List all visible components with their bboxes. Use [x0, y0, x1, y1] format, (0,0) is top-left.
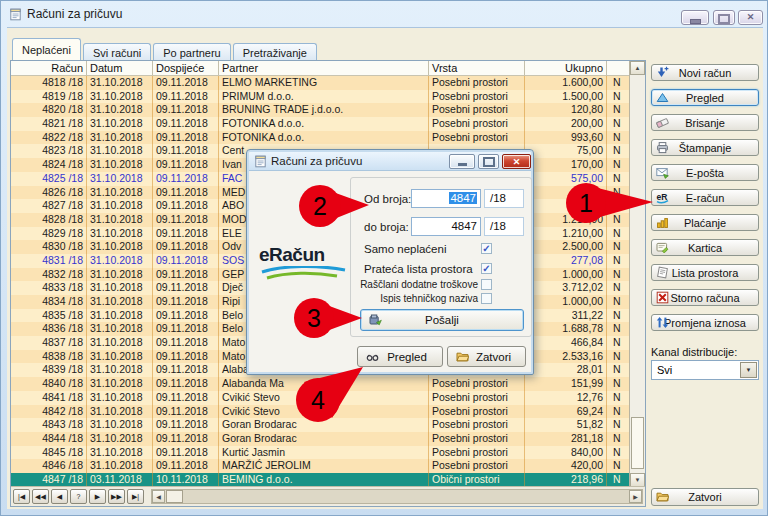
sidebar-button-e-racun[interactable]: eRE-račun [651, 189, 759, 206]
nav-next[interactable]: ▶ [89, 489, 106, 504]
novi-racun-icon [656, 66, 669, 79]
sidebar-button-promjena-iznosa[interactable]: Promjena iznosa [651, 314, 759, 331]
sidebar-buttons: Novi računPregledBrisanjeŠtampanjeE-pošt… [649, 64, 763, 331]
nav-fast-next[interactable]: ▶▶ [108, 489, 125, 504]
cell-dospijece: 09.11.2018 [153, 90, 219, 104]
cell-racun: 4836 /18 [11, 322, 87, 336]
cell-n: N [607, 418, 629, 432]
dialog-zatvori-label: Zatvori [476, 351, 511, 363]
cell-datum: 31.10.2018 [87, 377, 153, 391]
tab-svi-racuni[interactable]: Svi računi [83, 43, 151, 60]
nav-last[interactable]: ▶| [127, 489, 144, 504]
close-button[interactable]: ✕ [738, 10, 763, 25]
dialog-close-button[interactable]: ✕ [502, 154, 531, 169]
dialog-maximize-button[interactable] [478, 154, 499, 169]
sidebar-button-kartica[interactable]: Kartica [651, 239, 759, 256]
table-row[interactable]: 4819 /1831.10.201809.11.2018PRIMUM d.o.o… [11, 90, 629, 104]
table-row[interactable]: 4818 /1831.10.201809.11.2018ELMO MARKETI… [11, 76, 629, 90]
cell-ukupno: 12,76 [525, 391, 607, 405]
scroll-up-icon[interactable]: ▲ [630, 61, 645, 75]
cell-n: N [607, 254, 629, 268]
lista-prostora-icon [656, 266, 669, 279]
do-broja-label: do broja: [364, 221, 409, 233]
sidebar-button-stampanje[interactable]: Štampanje [651, 139, 759, 156]
cell-racun: 4846 /18 [11, 459, 87, 473]
horizontal-scroll-thumb[interactable] [166, 490, 183, 503]
sidebar-button-label: E-pošta [686, 167, 724, 179]
sidebar-button-placanje[interactable]: Plaćanje [651, 214, 759, 231]
cell-racun: 4818 /18 [11, 76, 87, 90]
table-row[interactable]: 4842 /1831.10.201809.11.2018Cvikić Stevo… [11, 405, 629, 419]
tab-neplaceni[interactable]: Neplaćeni [12, 38, 81, 60]
column-header-datum[interactable]: Datum [87, 61, 153, 75]
cell-ukupno: 277,08 [525, 254, 607, 268]
sidebar-zatvori-button[interactable]: Zatvori [651, 488, 759, 506]
table-row[interactable]: 4822 /1831.10.201809.11.2018FOTONIKA d.o… [11, 131, 629, 145]
sidebar-button-pregled[interactable]: Pregled [651, 89, 759, 106]
horizontal-scrollbar[interactable]: ◀ ▶ [151, 489, 643, 504]
vertical-scrollbar[interactable]: ▲ ▼ [629, 61, 645, 487]
table-row[interactable]: 4841 /1831.10.201809.11.2018Cvikić Stevo… [11, 391, 629, 405]
dialog-zatvori-button[interactable]: Zatvori [447, 346, 526, 367]
column-header-vrsta[interactable]: Vrsta [429, 61, 525, 75]
sidebar-button-storno-racuna[interactable]: Storno računa [651, 289, 759, 306]
scroll-down-icon[interactable]: ▼ [630, 473, 645, 487]
cell-racun: 4840 /18 [11, 377, 87, 391]
send-icon [369, 313, 382, 326]
table-row[interactable]: 4846 /1831.10.201809.11.2018MARŽIĆ JEROL… [11, 459, 629, 473]
checkbox-row: Ispis tehničkog naziva [351, 293, 531, 306]
cell-datum: 31.10.2018 [87, 172, 153, 186]
cell-racun: 4819 /18 [11, 90, 87, 104]
column-header-racun[interactable]: Račun [11, 61, 87, 75]
scroll-left-icon[interactable]: ◀ [152, 490, 165, 503]
do-broja-input[interactable]: 4847 [411, 217, 481, 236]
checkbox-rasclani-dodatne-troskove[interactable] [481, 279, 492, 290]
sidebar-button-brisanje[interactable]: Brisanje [651, 114, 759, 131]
chevron-down-icon[interactable]: ▼ [740, 362, 757, 378]
table-row[interactable]: 4844 /1831.10.201809.11.2018Goran Brodar… [11, 432, 629, 446]
column-header-partner[interactable]: Partner [219, 61, 429, 75]
checkbox-row: Raščlani dodatne troškove [351, 279, 531, 292]
table-row[interactable]: 4840 /1831.10.201809.11.2018Alabanda MaP… [11, 377, 629, 391]
column-header-n[interactable] [607, 61, 629, 75]
column-header-dospijece[interactable]: Dospijeće [153, 61, 219, 75]
sidebar-button-e-posta[interactable]: E-pošta [651, 164, 759, 181]
cell-racun: 4821 /18 [11, 117, 87, 131]
nav-fast-prev[interactable]: ◀◀ [32, 489, 49, 504]
table-row[interactable]: 4847 /1803.11.201810.11.2018BEMING d.o.o… [11, 473, 629, 487]
cell-datum: 31.10.2018 [87, 446, 153, 460]
checkbox-samo-neplaceni[interactable]: ✓ [481, 243, 492, 254]
minimize-button[interactable] [681, 10, 709, 25]
od-broja-year-input[interactable]: /18 [484, 189, 524, 208]
column-header-ukupno[interactable]: Ukupno [525, 61, 607, 75]
tab-po-partneru[interactable]: Po partneru [153, 43, 230, 60]
cell-datum: 31.10.2018 [87, 117, 153, 131]
cell-ukupno: 170,00 [525, 158, 607, 172]
sidebar-button-novi-racun[interactable]: Novi račun [651, 64, 759, 81]
checkbox-prateca-lista-prostora[interactable]: ✓ [481, 263, 492, 274]
cell-partner: FOTONIKA d.o.o. [219, 131, 429, 145]
do-broja-year-input[interactable]: /18 [484, 217, 524, 236]
table-row[interactable]: 4820 /1831.10.201809.11.2018BRUNING TRAD… [11, 103, 629, 117]
tab-pretrazivanje[interactable]: Pretraživanje [233, 43, 317, 60]
cell-partner: MARŽIĆ JEROLIM [219, 459, 429, 473]
scroll-right-icon[interactable]: ▶ [629, 490, 642, 503]
maximize-button[interactable] [713, 10, 735, 25]
cell-datum: 31.10.2018 [87, 336, 153, 350]
od-broja-input[interactable]: 4847 [411, 189, 481, 208]
nav-count[interactable]: ? [70, 489, 87, 504]
posalji-button[interactable]: Pošalji [360, 309, 524, 331]
table-row[interactable]: 4843 /1831.10.201809.11.2018Goran Brodar… [11, 418, 629, 432]
kanal-distribucije-select[interactable]: Svi ▼ [651, 360, 759, 380]
vertical-scroll-thumb[interactable] [631, 417, 644, 469]
nav-first[interactable]: |◀ [13, 489, 30, 504]
dialog-minimize-button[interactable] [449, 154, 475, 169]
table-row[interactable]: 4845 /1831.10.201809.11.2018Kurtić Jasmi… [11, 446, 629, 460]
sidebar-button-lista-prostora[interactable]: Lista prostora [651, 264, 759, 281]
cell-n: N [607, 213, 629, 227]
nav-prev[interactable]: ◀ [51, 489, 68, 504]
checkbox-ispis-tehnickog-naziva[interactable] [481, 293, 492, 304]
table-row[interactable]: 4821 /1831.10.201809.11.2018FOTONIKA d.o… [11, 117, 629, 131]
cell-racun: 4839 /18 [11, 363, 87, 377]
dialog-pregled-button[interactable]: Pregled [357, 346, 443, 367]
